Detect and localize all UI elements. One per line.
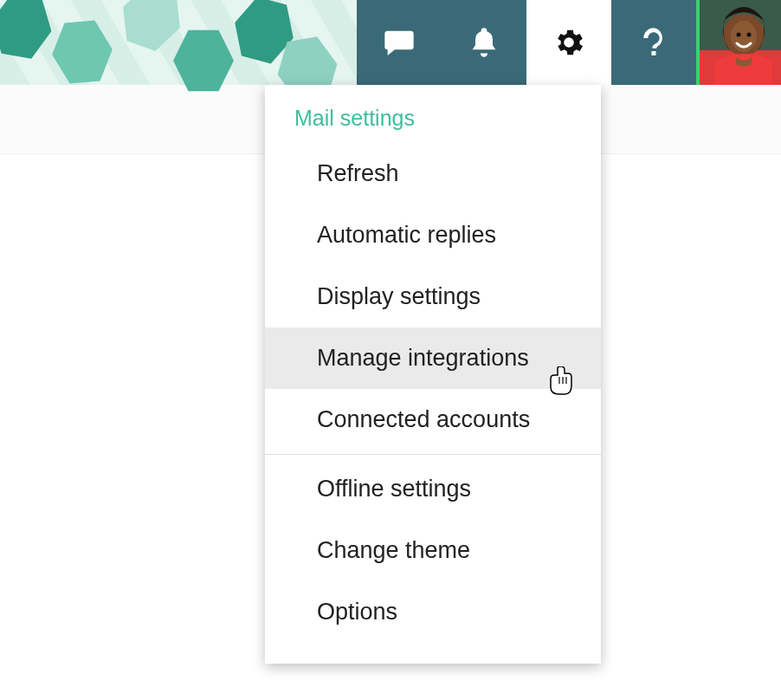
user-avatar[interactable] (696, 0, 781, 85)
menu-item-display-settings[interactable]: Display settings (265, 266, 601, 327)
menu-item-offline-settings[interactable]: Offline settings (265, 458, 601, 520)
menu-item-label: Display settings (317, 283, 481, 309)
menu-item-label: Manage integrations (317, 345, 529, 371)
settings-button[interactable] (526, 0, 611, 85)
settings-dropdown-header: Mail settings (265, 99, 601, 143)
settings-dropdown: Mail settings Refresh Automatic replies … (265, 85, 601, 664)
notifications-button[interactable] (442, 0, 526, 85)
menu-item-label: Connected accounts (317, 406, 530, 432)
brand-hex-shapes (0, 0, 342, 85)
help-button[interactable] (611, 0, 696, 85)
header-iconbar (357, 0, 781, 85)
menu-item-label: Refresh (317, 160, 399, 186)
menu-item-label: Options (317, 599, 397, 625)
bell-icon (467, 25, 501, 60)
menu-item-manage-integrations[interactable]: Manage integrations (265, 327, 601, 389)
menu-item-label: Automatic replies (317, 222, 496, 248)
gear-icon (552, 25, 586, 60)
menu-item-change-theme[interactable]: Change theme (265, 520, 601, 581)
chat-icon (382, 25, 416, 60)
menu-item-options[interactable]: Options (265, 581, 601, 643)
menu-item-label: Change theme (317, 537, 470, 563)
menu-item-connected-accounts[interactable]: Connected accounts (265, 389, 601, 450)
app-header (0, 0, 781, 85)
chat-button[interactable] (357, 0, 442, 85)
menu-item-automatic-replies[interactable]: Automatic replies (265, 204, 601, 266)
svg-point-5 (747, 33, 752, 37)
menu-divider (265, 454, 601, 455)
help-icon (636, 25, 671, 60)
svg-point-4 (737, 33, 741, 37)
menu-item-refresh[interactable]: Refresh (265, 143, 601, 204)
menu-item-label: Offline settings (317, 476, 471, 502)
